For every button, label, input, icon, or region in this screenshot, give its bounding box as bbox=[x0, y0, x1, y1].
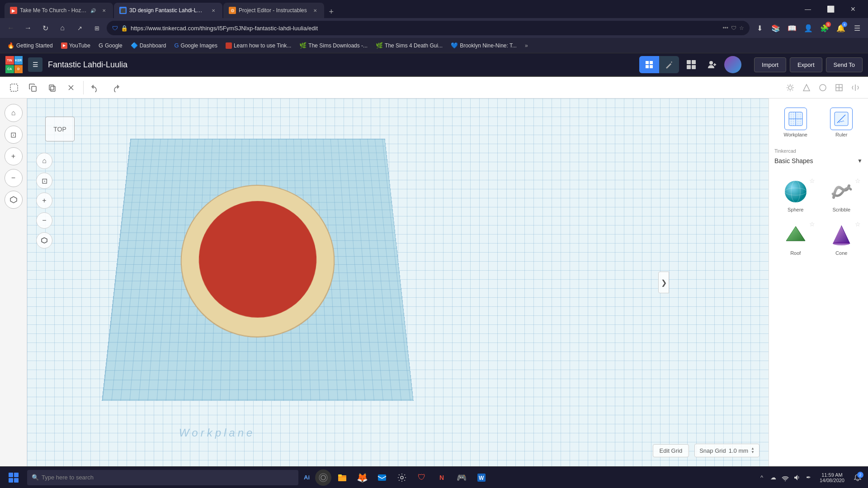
zoom-out-button[interactable]: − bbox=[5, 169, 23, 187]
3d-view-button[interactable] bbox=[5, 191, 23, 209]
shape-category-selector[interactable]: Basic Shapes ▼ bbox=[774, 157, 863, 164]
select-all-button[interactable] bbox=[5, 79, 23, 96]
collections-button[interactable]: 📚 bbox=[769, 21, 783, 35]
profile-button[interactable]: 👤 bbox=[801, 21, 816, 35]
refresh-button[interactable]: ↻ bbox=[38, 21, 52, 35]
tab-2[interactable]: ⬛ 3D design Fantastic Lahdi-Luul... ✕ bbox=[114, 3, 222, 18]
canvas-area[interactable]: TOP ⌂ ⊡ + − bbox=[27, 99, 769, 466]
bookmark-tinkercad-learn[interactable]: Learn how to use Tink... bbox=[222, 41, 295, 51]
bookmark-getting-started[interactable]: 🔥 Getting Started bbox=[4, 40, 57, 51]
reader-mode-button[interactable]: ⊞ bbox=[90, 21, 104, 35]
panel-collapse-button[interactable]: ❯ bbox=[658, 272, 669, 293]
import-button[interactable]: Import bbox=[754, 57, 786, 72]
roof-favorite-icon[interactable]: ☆ bbox=[809, 221, 815, 228]
taskbar-cortana[interactable] bbox=[315, 469, 331, 486]
circle-tool-button[interactable] bbox=[816, 80, 830, 95]
delete-button[interactable] bbox=[62, 79, 80, 96]
hammer-view-button[interactable] bbox=[659, 56, 679, 73]
nav-extras: ⬇ 📚 📖 👤 🧩 5 🔔 4 ☰ bbox=[752, 21, 864, 35]
tinkercad-menu-button[interactable]: ☰ bbox=[28, 57, 42, 72]
start-button[interactable] bbox=[4, 468, 24, 488]
export-button[interactable]: Export bbox=[790, 57, 822, 72]
taskbar-settings[interactable] bbox=[393, 469, 411, 487]
user-avatar[interactable] bbox=[724, 56, 741, 73]
fit-view-button[interactable]: ⊡ bbox=[5, 126, 23, 144]
taskbar-security[interactable]: 🛡 bbox=[413, 469, 431, 487]
tab-3[interactable]: ⚙ Project Editor - Instructables ✕ bbox=[223, 3, 324, 18]
snap-grid-arrows[interactable]: ▲ ▼ bbox=[751, 447, 755, 454]
tab-2-close[interactable]: ✕ bbox=[210, 7, 217, 14]
bookmark-google[interactable]: G Google bbox=[95, 40, 126, 51]
workplane-tool[interactable]: Workplane bbox=[774, 104, 817, 141]
ruler-tool[interactable]: Ruler bbox=[821, 104, 863, 141]
taskbar-outlook[interactable] bbox=[373, 469, 391, 487]
align-button[interactable] bbox=[832, 80, 846, 95]
taskbar-word[interactable]: W bbox=[472, 469, 491, 487]
unknown-btn-1[interactable]: ↗ bbox=[72, 21, 87, 35]
tray-volume[interactable] bbox=[793, 473, 802, 482]
copy-button[interactable] bbox=[24, 79, 42, 96]
notifications-nav-button[interactable]: 🔔 4 bbox=[834, 21, 848, 35]
taskbar-netflix[interactable]: N bbox=[433, 469, 451, 487]
snap-down-icon[interactable]: ▼ bbox=[751, 450, 755, 454]
bookmark-dashboard[interactable]: 🔷 Dashboard bbox=[127, 40, 170, 51]
grid-view-button[interactable] bbox=[639, 56, 659, 73]
tray-cloud[interactable]: ☁ bbox=[769, 473, 778, 482]
bookmark-sims-death[interactable]: 🌿 The Sims 4 Death Gui... bbox=[372, 40, 446, 51]
tab-1[interactable]: ▶ Take Me To Church - Hozie... 🔊 ✕ bbox=[5, 3, 113, 18]
home-tool-button[interactable]: ⌂ bbox=[5, 104, 23, 122]
bookmark-brooklyn[interactable]: 💙 Brooklyn Nine-Nine: T... bbox=[447, 40, 520, 51]
reading-view-button[interactable]: 📖 bbox=[785, 21, 799, 35]
category-dropdown-icon[interactable]: ▼ bbox=[857, 158, 863, 164]
cone-favorite-icon[interactable]: ☆ bbox=[855, 221, 861, 228]
bookmarks-more-button[interactable]: » bbox=[521, 41, 532, 51]
back-button[interactable]: ← bbox=[4, 21, 18, 35]
sphere-favorite-icon[interactable]: ☆ bbox=[809, 177, 815, 184]
ai-label[interactable]: Ai bbox=[302, 474, 311, 481]
scribble-favorite-icon[interactable]: ☆ bbox=[855, 177, 861, 184]
tray-chevron[interactable]: ^ bbox=[757, 473, 766, 482]
taskbar-search-bar[interactable]: 🔍 Type here to search bbox=[27, 470, 298, 485]
menu-button[interactable]: ☰ bbox=[850, 21, 864, 35]
shape-inner-circle[interactable] bbox=[196, 201, 319, 318]
shape-tool-button[interactable] bbox=[799, 80, 814, 95]
download-button[interactable]: ⬇ bbox=[752, 21, 767, 35]
notification-button[interactable]: 2 bbox=[851, 471, 864, 484]
tab-3-close[interactable]: ✕ bbox=[311, 7, 319, 14]
shape-outer-ring[interactable] bbox=[176, 185, 339, 338]
canvas-zoom-out-button[interactable]: − bbox=[36, 212, 52, 229]
taskbar-game[interactable]: 🎮 bbox=[453, 469, 471, 487]
mirror-button[interactable] bbox=[848, 80, 863, 95]
edit-grid-button[interactable]: Edit Grid bbox=[653, 444, 689, 457]
close-button[interactable]: ✕ bbox=[843, 2, 863, 16]
bookmark-youtube[interactable]: ▶ YouTube bbox=[57, 41, 94, 51]
canvas-3d-button[interactable] bbox=[36, 232, 52, 249]
clock[interactable]: 11:59 AM 14/08/2020 bbox=[817, 471, 847, 484]
minimize-button[interactable]: — bbox=[797, 2, 818, 16]
blocks-icon-button[interactable] bbox=[683, 56, 700, 73]
right-panel: Workplane Ruler bbox=[769, 99, 868, 466]
add-person-button[interactable] bbox=[703, 56, 721, 73]
tab-1-close[interactable]: ✕ bbox=[100, 7, 108, 14]
forward-button[interactable]: → bbox=[21, 21, 35, 35]
redo-button[interactable] bbox=[106, 79, 123, 96]
home-button[interactable]: ⌂ bbox=[55, 21, 70, 35]
fit-screen-button[interactable]: ⌂ bbox=[36, 153, 52, 169]
zoom-in-button[interactable]: + bbox=[5, 147, 23, 165]
canvas-zoom-in-button[interactable]: + bbox=[36, 192, 52, 209]
bookmark-sims-downloads[interactable]: 🌿 The Sims Downloads -... bbox=[296, 40, 371, 51]
taskbar-firefox[interactable]: 🦊 bbox=[353, 469, 371, 487]
new-tab-button[interactable]: + bbox=[325, 5, 338, 18]
undo-button[interactable] bbox=[87, 79, 104, 96]
maximize-button[interactable]: ⬜ bbox=[820, 2, 841, 16]
duplicate-button[interactable] bbox=[43, 79, 61, 96]
extensions-button[interactable]: 🧩 5 bbox=[817, 21, 832, 35]
address-bar[interactable]: 🛡 🔒 https://www.tinkercad.com/things/I5F… bbox=[107, 21, 750, 35]
send-to-button[interactable]: Send To bbox=[826, 57, 863, 72]
zoom-to-fit-button[interactable]: ⊡ bbox=[36, 173, 52, 189]
light-icon-button[interactable] bbox=[783, 80, 797, 95]
taskbar-file-explorer[interactable] bbox=[333, 469, 351, 487]
tray-pen[interactable]: ✒ bbox=[804, 473, 813, 482]
bookmark-google-images[interactable]: G Google Images bbox=[170, 40, 221, 51]
tray-network[interactable] bbox=[781, 473, 790, 482]
